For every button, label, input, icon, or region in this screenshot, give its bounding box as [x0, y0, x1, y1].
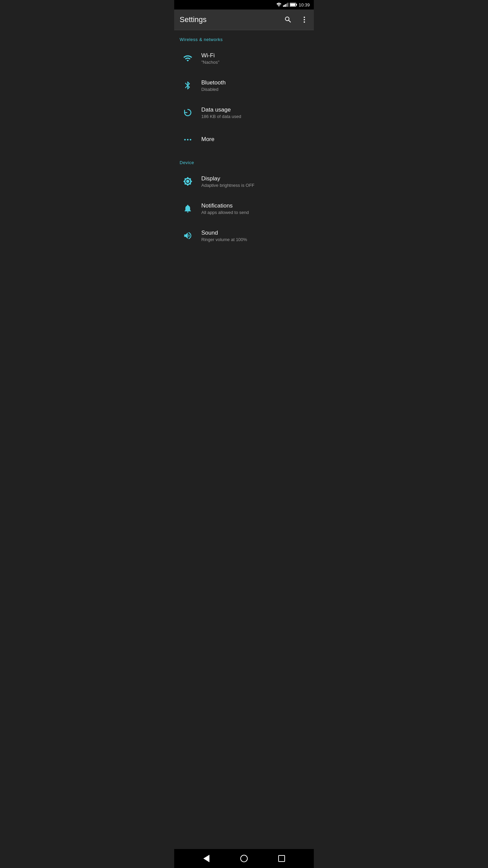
- section-device: Device Display Adaptive brightness is OF…: [174, 153, 314, 249]
- back-button[interactable]: [200, 852, 212, 865]
- svg-point-11: [184, 139, 186, 141]
- wifi-text: Wi-Fi "Nachos": [201, 52, 219, 65]
- notifications-title: Notifications: [201, 202, 249, 209]
- section-device-header: Device: [174, 153, 314, 168]
- sound-title: Sound: [201, 230, 247, 236]
- svg-rect-3: [286, 3, 287, 7]
- svg-point-8: [304, 17, 305, 18]
- sound-icon: [180, 228, 196, 244]
- battery-status-icon: [290, 3, 297, 7]
- toolbar-title: Settings: [180, 15, 207, 24]
- more-options-icon[interactable]: [300, 16, 308, 24]
- svg-rect-4: [288, 3, 289, 7]
- svg-point-9: [304, 19, 305, 20]
- display-text: Display Adaptive brightness is OFF: [201, 175, 255, 188]
- status-bar: 10:39: [174, 0, 314, 9]
- search-icon[interactable]: [284, 16, 292, 24]
- more-text: More: [201, 136, 215, 143]
- sound-item[interactable]: Sound Ringer volume at 100%: [174, 222, 314, 249]
- home-button[interactable]: [238, 852, 250, 865]
- toolbar: Settings: [174, 9, 314, 30]
- nav-bar: [174, 849, 314, 868]
- recents-button[interactable]: [276, 852, 288, 865]
- sound-subtitle: Ringer volume at 100%: [201, 237, 247, 242]
- display-subtitle: Adaptive brightness is OFF: [201, 183, 255, 188]
- bluetooth-text: Bluetooth Disabled: [201, 79, 226, 92]
- status-icons: 10:39: [276, 2, 310, 7]
- more-dots-icon: [180, 132, 196, 148]
- notifications-item[interactable]: Notifications All apps allowed to send: [174, 195, 314, 222]
- toolbar-actions: [284, 16, 308, 24]
- svg-point-13: [190, 139, 191, 141]
- svg-rect-6: [290, 3, 296, 6]
- display-icon: [180, 173, 196, 190]
- data-usage-text: Data usage 186 KB of data used: [201, 106, 241, 119]
- section-wireless-header: Wireless & networks: [174, 30, 314, 45]
- display-title: Display: [201, 175, 255, 182]
- signal-status-icon: [283, 3, 288, 7]
- section-wireless: Wireless & networks Wi-Fi "Nachos" Bluet…: [174, 30, 314, 153]
- data-usage-subtitle: 186 KB of data used: [201, 114, 241, 119]
- svg-rect-1: [284, 5, 285, 7]
- bluetooth-item[interactable]: Bluetooth Disabled: [174, 72, 314, 99]
- svg-point-12: [187, 139, 189, 141]
- wifi-item[interactable]: Wi-Fi "Nachos": [174, 45, 314, 72]
- svg-rect-2: [285, 4, 286, 7]
- bell-icon: [180, 200, 196, 217]
- wifi-status-icon: [276, 3, 282, 7]
- more-title: More: [201, 136, 215, 143]
- notifications-text: Notifications All apps allowed to send: [201, 202, 249, 215]
- sound-text: Sound Ringer volume at 100%: [201, 230, 247, 242]
- status-time: 10:39: [299, 2, 310, 7]
- bluetooth-title: Bluetooth: [201, 79, 226, 86]
- wifi-subtitle: "Nachos": [201, 60, 219, 65]
- data-usage-title: Data usage: [201, 106, 241, 113]
- svg-point-10: [304, 21, 305, 23]
- more-item[interactable]: More: [174, 126, 314, 153]
- notifications-subtitle: All apps allowed to send: [201, 210, 249, 215]
- display-item[interactable]: Display Adaptive brightness is OFF: [174, 168, 314, 195]
- svg-rect-0: [283, 5, 284, 7]
- bluetooth-icon: [180, 77, 196, 94]
- wifi-icon: [180, 50, 196, 66]
- data-usage-item[interactable]: Data usage 186 KB of data used: [174, 99, 314, 126]
- data-usage-icon: [180, 104, 196, 121]
- bluetooth-subtitle: Disabled: [201, 87, 226, 92]
- svg-rect-7: [296, 4, 297, 5]
- wifi-title: Wi-Fi: [201, 52, 219, 59]
